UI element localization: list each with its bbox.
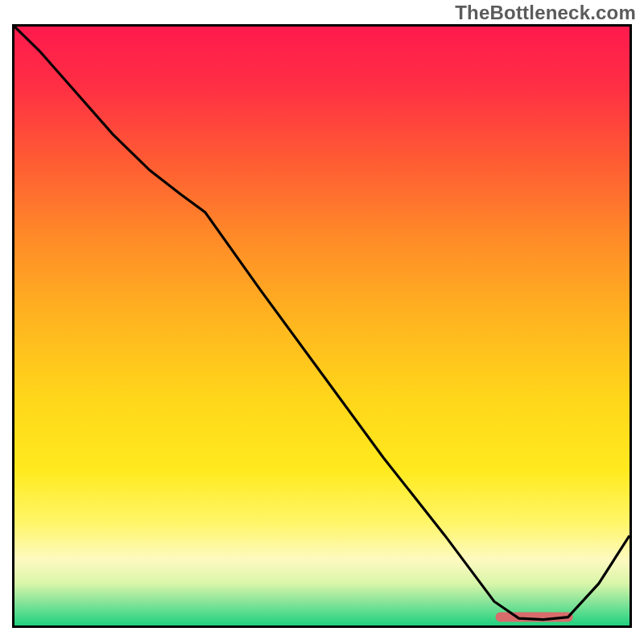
watermark-text: TheBottleneck.com	[455, 2, 636, 24]
gradient-background	[14, 27, 630, 625]
chart-stage: TheBottleneck.com	[0, 0, 644, 644]
chart-svg	[14, 27, 630, 625]
plot-area	[12, 24, 632, 628]
